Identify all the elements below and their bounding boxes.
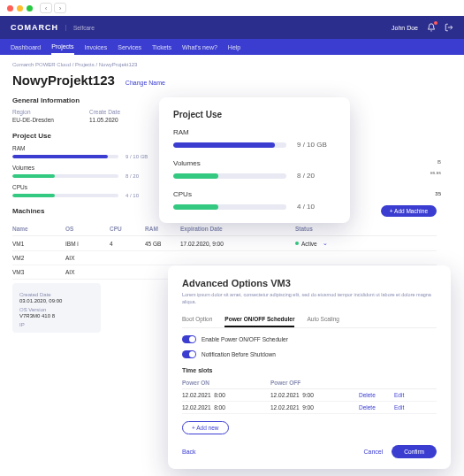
nav-forward-button[interactable]: ›	[54, 3, 66, 13]
machine-detail-panel: Created Date 03.01.2020, 09:00 OS Versio…	[12, 283, 101, 333]
mac-titlebar: ‹ ›	[0, 0, 464, 16]
mac-close-icon[interactable]	[7, 5, 13, 12]
detail-osver: V7R3M0 410 8	[19, 313, 94, 319]
cell-name: VM2	[12, 255, 65, 261]
pu-card-cpu-value: 4 / 10	[297, 203, 315, 211]
cell-exp: 17.02.2020, 9:00	[180, 241, 233, 247]
change-name-link[interactable]: Change Name	[126, 80, 165, 86]
page-title: NowyProjekt123	[12, 73, 115, 88]
ts-edit-link[interactable]: Edit	[394, 392, 421, 398]
adv-title: Advanced Options VM3	[182, 278, 437, 288]
cell-os: AIX	[65, 269, 110, 275]
crumb-current: NowyProjekt123	[99, 62, 138, 67]
breadcrumb: Comarch POWER Cloud / Projects / NowyPro…	[12, 62, 452, 67]
pu-card-title: Project Use	[173, 110, 336, 119]
nav-help[interactable]: Help	[228, 41, 240, 54]
created-value: 11.05.2020	[89, 117, 120, 123]
cell-cpu: 4	[110, 241, 145, 247]
pu-ram-value: 9 / 10 GB	[126, 154, 148, 159]
col-exp[interactable]: Expiration Date	[180, 226, 233, 232]
right-fragment: B es.es 35	[390, 159, 441, 196]
pu-card-vol-label: Volumes	[173, 159, 336, 167]
user-name[interactable]: John Doe	[392, 25, 418, 31]
app-topbar: COMARCH Selfcare John Doe	[0, 16, 464, 39]
timeslot-row: 12.02.2021 8:00 12.02.2021 9:00 Delete E…	[182, 389, 437, 402]
tab-auto-scaling[interactable]: Auto Scaling	[307, 312, 339, 327]
col-ram[interactable]: RAM	[145, 226, 180, 232]
mac-zoom-icon[interactable]	[27, 5, 33, 12]
machines-heading: Machines	[12, 207, 44, 215]
ts-col-on: Power ON	[182, 380, 270, 386]
toggle-enable-scheduler[interactable]	[182, 335, 196, 343]
nav-dashboard[interactable]: Dashboard	[11, 41, 41, 54]
detail-osver-h: OS Version	[19, 307, 94, 312]
col-name[interactable]: Name	[12, 226, 65, 232]
pu-ram-bar	[12, 155, 118, 158]
cell-name: VM3	[12, 269, 65, 275]
nav-tickets[interactable]: Tickets	[152, 41, 171, 54]
pu-vol-bar	[12, 174, 118, 178]
pu-vol-value: 8 / 20	[126, 173, 139, 179]
pu-cpu-value: 4 / 10	[126, 193, 139, 198]
detail-created-h: Created Date	[19, 292, 94, 297]
ts-col-off: Power OFF	[270, 380, 359, 386]
region-label: Region	[12, 109, 54, 115]
col-cpu[interactable]: CPU	[110, 226, 145, 232]
cancel-button[interactable]: Cancel	[363, 449, 383, 455]
table-row[interactable]: VM2 AIX	[12, 251, 437, 265]
pu-card-ram-value: 9 / 10 GB	[297, 141, 327, 149]
nav-services[interactable]: Services	[118, 41, 141, 54]
back-button[interactable]: Back	[182, 449, 196, 455]
ts-edit-link[interactable]: Edit	[394, 404, 421, 411]
bell-icon[interactable]	[427, 23, 436, 32]
tab-boot-option[interactable]: Boot Option	[182, 312, 212, 327]
status-cell[interactable]: Active ⌄	[295, 240, 348, 247]
ts-delete-link[interactable]: Delete	[359, 404, 394, 411]
pu-card-cpu-label: CPUs	[173, 190, 336, 198]
project-use-card: Project Use RAM 9 / 10 GB Volumes 8 / 20…	[159, 97, 350, 223]
confirm-button[interactable]: Confirm	[392, 445, 437, 458]
timeslot-row: 12.02.2021 8:00 12.02.2021 9:00 Delete E…	[182, 402, 437, 414]
cell-os: AIX	[65, 255, 110, 261]
cell-ram: 45 GB	[145, 241, 180, 247]
pu-cpu-bar	[12, 194, 118, 197]
adv-description: Lorem ipsum dolor sit amet, consectetur …	[182, 292, 437, 305]
toggle-enable-scheduler-label: Enable Power ON/OFF Scheduler	[202, 336, 288, 342]
chevron-down-icon: ⌄	[323, 240, 328, 247]
logout-icon[interactable]	[445, 23, 453, 32]
col-os[interactable]: OS	[65, 226, 110, 232]
nav-projects[interactable]: Projects	[51, 40, 73, 55]
notification-dot-icon	[434, 21, 437, 25]
nav-back-button[interactable]: ‹	[40, 3, 52, 13]
pu-card-ram-label: RAM	[173, 128, 336, 136]
brand-subtitle: Selfcare	[65, 25, 95, 31]
detail-ip-h: IP	[19, 322, 94, 327]
created-label: Create Date	[89, 109, 120, 115]
region-value: EU-DE-Dresden	[12, 117, 54, 123]
cell-os: IBM i	[65, 241, 110, 247]
status-dot-icon	[295, 242, 299, 245]
add-new-timeslot-button[interactable]: + Add new	[182, 421, 229, 434]
col-status[interactable]: Status	[295, 226, 348, 232]
toggle-notification[interactable]	[182, 350, 196, 358]
brand-logo: COMARCH	[11, 23, 58, 32]
table-row[interactable]: VM1 IBM i 4 45 GB 17.02.2020, 9:00 Activ…	[12, 236, 437, 251]
detail-created: 03.01.2020, 09:00	[19, 298, 94, 303]
pu-card-ram-bar	[173, 142, 286, 148]
tab-power-scheduler[interactable]: Power ON/OFF Scheduler	[224, 312, 294, 327]
crumb-projects[interactable]: Projects	[75, 62, 95, 67]
advanced-options-card: Advanced Options VM3 Lorem ipsum dolor s…	[168, 265, 451, 469]
pu-card-vol-value: 8 / 20	[297, 172, 315, 180]
ts-delete-link[interactable]: Delete	[359, 392, 394, 398]
pu-card-vol-bar	[173, 173, 286, 179]
toggle-notification-label: Notification Before Shutdown	[202, 351, 276, 357]
pu-card-cpu-bar	[173, 204, 286, 210]
add-machine-button[interactable]: + Add Machine	[381, 205, 437, 217]
cell-name: VM1	[12, 241, 65, 247]
nav-whatsnew[interactable]: What's new?	[182, 41, 217, 54]
crumb-root[interactable]: Comarch POWER Cloud	[12, 62, 71, 67]
adv-tabs: Boot Option Power ON/OFF Scheduler Auto …	[182, 312, 437, 328]
main-nav: Dashboard Projects Invoices Services Tic…	[0, 39, 464, 55]
nav-invoices[interactable]: Invoices	[85, 41, 108, 54]
mac-minimize-icon[interactable]	[17, 5, 23, 12]
